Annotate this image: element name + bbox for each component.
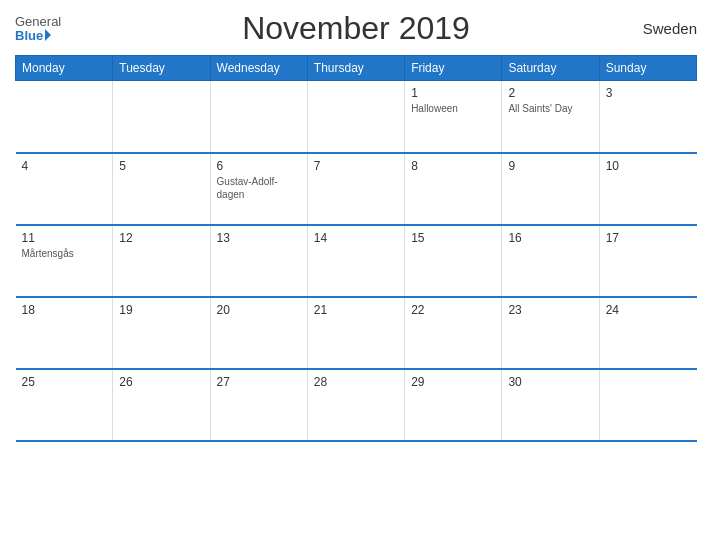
day-number: 9 xyxy=(508,159,592,173)
day-number: 26 xyxy=(119,375,203,389)
header-thursday: Thursday xyxy=(307,56,404,81)
day-number: 20 xyxy=(217,303,301,317)
calendar-day-cell: 16 xyxy=(502,225,599,297)
calendar-day-cell: 19 xyxy=(113,297,210,369)
calendar-day-cell: 26 xyxy=(113,369,210,441)
day-number: 17 xyxy=(606,231,691,245)
holiday-label: All Saints' Day xyxy=(508,102,592,115)
day-number: 16 xyxy=(508,231,592,245)
calendar-header: General Blue November 2019 Sweden xyxy=(15,10,697,47)
day-number: 23 xyxy=(508,303,592,317)
day-number: 29 xyxy=(411,375,495,389)
calendar-day-cell: 18 xyxy=(16,297,113,369)
calendar-day-cell: 21 xyxy=(307,297,404,369)
calendar-day-cell: 7 xyxy=(307,153,404,225)
day-number: 22 xyxy=(411,303,495,317)
calendar-day-cell: 23 xyxy=(502,297,599,369)
calendar-day-cell: 6Gustav-Adolf-dagen xyxy=(210,153,307,225)
header-sunday: Sunday xyxy=(599,56,696,81)
calendar-day-cell: 2All Saints' Day xyxy=(502,81,599,153)
day-number: 8 xyxy=(411,159,495,173)
day-number: 13 xyxy=(217,231,301,245)
calendar-day-cell xyxy=(113,81,210,153)
calendar-week-row: 11Mårtensgås121314151617 xyxy=(16,225,697,297)
calendar-day-cell: 28 xyxy=(307,369,404,441)
day-number: 5 xyxy=(119,159,203,173)
calendar-day-cell: 1Halloween xyxy=(405,81,502,153)
calendar-day-cell: 25 xyxy=(16,369,113,441)
calendar-day-cell xyxy=(599,369,696,441)
calendar-day-cell: 9 xyxy=(502,153,599,225)
logo-general-text: General xyxy=(15,15,61,28)
calendar-title: November 2019 xyxy=(105,10,607,47)
calendar-table: Monday Tuesday Wednesday Thursday Friday… xyxy=(15,55,697,442)
calendar-week-row: 456Gustav-Adolf-dagen78910 xyxy=(16,153,697,225)
calendar-day-cell xyxy=(210,81,307,153)
calendar-day-cell: 27 xyxy=(210,369,307,441)
day-number: 15 xyxy=(411,231,495,245)
logo-triangle-icon xyxy=(45,29,51,41)
calendar-day-cell: 12 xyxy=(113,225,210,297)
calendar-day-cell: 13 xyxy=(210,225,307,297)
day-number: 1 xyxy=(411,86,495,100)
header-monday: Monday xyxy=(16,56,113,81)
day-number: 4 xyxy=(22,159,107,173)
day-number: 11 xyxy=(22,231,107,245)
calendar-week-row: 1Halloween2All Saints' Day3 xyxy=(16,81,697,153)
day-number: 25 xyxy=(22,375,107,389)
calendar-body: 1Halloween2All Saints' Day3456Gustav-Ado… xyxy=(16,81,697,441)
holiday-label: Gustav-Adolf-dagen xyxy=(217,175,301,201)
calendar-day-cell xyxy=(16,81,113,153)
calendar-day-cell: 10 xyxy=(599,153,696,225)
holiday-label: Mårtensgås xyxy=(22,247,107,260)
logo: General Blue xyxy=(15,15,105,43)
day-number: 10 xyxy=(606,159,691,173)
logo-blue-text: Blue xyxy=(15,28,43,43)
header-tuesday: Tuesday xyxy=(113,56,210,81)
calendar-day-cell: 14 xyxy=(307,225,404,297)
logo-blue-row: Blue xyxy=(15,28,51,43)
holiday-label: Halloween xyxy=(411,102,495,115)
country-label: Sweden xyxy=(607,20,697,37)
calendar-day-cell: 24 xyxy=(599,297,696,369)
day-number: 18 xyxy=(22,303,107,317)
day-number: 12 xyxy=(119,231,203,245)
day-number: 28 xyxy=(314,375,398,389)
day-number: 2 xyxy=(508,86,592,100)
day-number: 6 xyxy=(217,159,301,173)
header-friday: Friday xyxy=(405,56,502,81)
calendar-day-cell: 29 xyxy=(405,369,502,441)
weekday-header-row: Monday Tuesday Wednesday Thursday Friday… xyxy=(16,56,697,81)
calendar-day-cell: 20 xyxy=(210,297,307,369)
day-number: 30 xyxy=(508,375,592,389)
calendar-week-row: 18192021222324 xyxy=(16,297,697,369)
header-saturday: Saturday xyxy=(502,56,599,81)
calendar-day-cell: 30 xyxy=(502,369,599,441)
day-number: 27 xyxy=(217,375,301,389)
day-number: 24 xyxy=(606,303,691,317)
calendar-week-row: 252627282930 xyxy=(16,369,697,441)
header-wednesday: Wednesday xyxy=(210,56,307,81)
calendar-day-cell: 8 xyxy=(405,153,502,225)
calendar-day-cell: 22 xyxy=(405,297,502,369)
calendar-day-cell: 17 xyxy=(599,225,696,297)
day-number: 19 xyxy=(119,303,203,317)
calendar-wrapper: General Blue November 2019 Sweden Monday… xyxy=(0,0,712,550)
calendar-day-cell: 5 xyxy=(113,153,210,225)
calendar-day-cell: 11Mårtensgås xyxy=(16,225,113,297)
day-number: 14 xyxy=(314,231,398,245)
day-number: 21 xyxy=(314,303,398,317)
calendar-day-cell: 4 xyxy=(16,153,113,225)
day-number: 3 xyxy=(606,86,691,100)
calendar-day-cell: 15 xyxy=(405,225,502,297)
day-number: 7 xyxy=(314,159,398,173)
calendar-day-cell xyxy=(307,81,404,153)
calendar-day-cell: 3 xyxy=(599,81,696,153)
